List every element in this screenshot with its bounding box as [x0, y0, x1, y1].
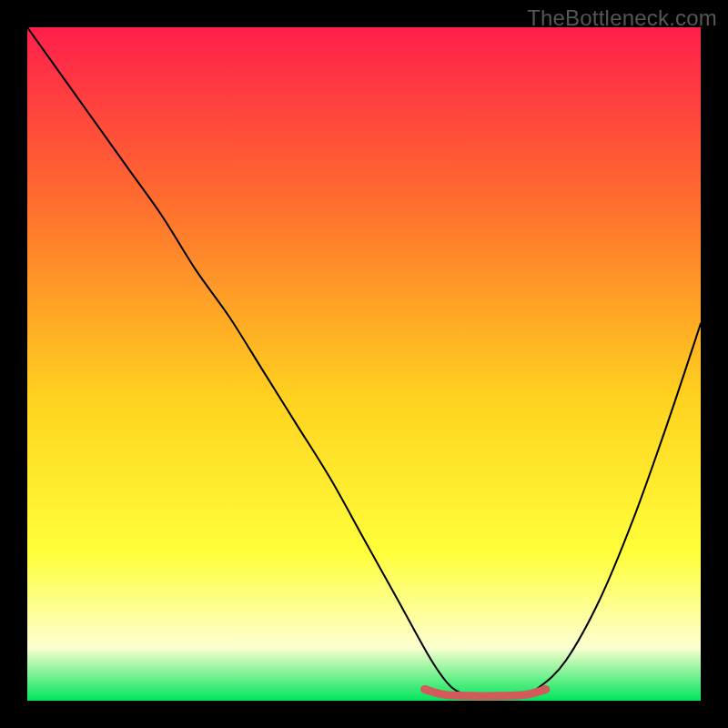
bottleneck-curve — [27, 27, 701, 697]
chart-svg — [27, 27, 701, 701]
chart-frame: TheBottleneck.com — [0, 0, 728, 728]
plot-area — [27, 27, 701, 701]
sweet-spot-marker — [425, 689, 546, 696]
